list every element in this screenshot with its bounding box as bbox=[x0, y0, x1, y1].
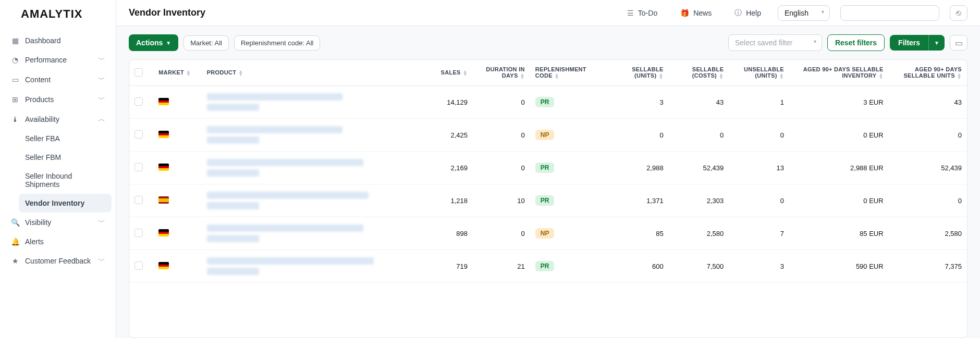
thermo-icon: 🌡 bbox=[10, 115, 20, 123]
logout-button[interactable]: ⎋ bbox=[950, 5, 967, 21]
chevron-down-icon: ﹀ bbox=[98, 75, 105, 84]
flag-de-icon bbox=[158, 229, 169, 236]
row-checkbox[interactable] bbox=[134, 130, 143, 139]
topbar: Vendor Inventory ☰ To-Do 🎁 News ⓘ Help E… bbox=[116, 0, 980, 26]
sort-icon: ▲▼ bbox=[520, 73, 525, 79]
sidebar-item-visibility[interactable]: 🔍 Visibility ﹀ bbox=[4, 212, 112, 232]
col-unsell[interactable]: UNSELLABLE (UNITS)▲▼ bbox=[729, 60, 789, 86]
saved-filter-select[interactable]: Select saved filter bbox=[728, 34, 822, 51]
flag-de-icon bbox=[158, 164, 169, 171]
row-checkbox[interactable] bbox=[134, 163, 143, 171]
cell-aged-inv: 590 EUR bbox=[789, 250, 889, 283]
sidebar-item-label: Content bbox=[25, 76, 51, 84]
product-cell[interactable] bbox=[207, 192, 413, 209]
blurred-text bbox=[207, 202, 259, 209]
cell-aged-units: 0 bbox=[889, 184, 967, 217]
flag-de-icon bbox=[158, 131, 169, 138]
sidebar-item-seller-fbm[interactable]: Seller FBM bbox=[19, 148, 112, 167]
cell-aged-units: 43 bbox=[889, 86, 967, 119]
cell-sell-units: 0 bbox=[608, 119, 669, 152]
bell-icon: 🔔 bbox=[10, 237, 20, 246]
sidebar-item-label: Performance bbox=[25, 56, 67, 64]
col-sell-units[interactable]: SELLABLE (UNITS)▲▼ bbox=[608, 60, 669, 86]
filter-chip-market[interactable]: Market: All bbox=[183, 35, 229, 51]
sidebar-item-label: Dashboard bbox=[25, 36, 61, 45]
sidebar-item-products[interactable]: ⊞ Products ﹀ bbox=[4, 90, 112, 109]
product-cell[interactable] bbox=[207, 159, 413, 177]
col-duration[interactable]: DURATION IN DAYS▲▼ bbox=[473, 60, 530, 86]
sidebar-item-label: Availability bbox=[25, 115, 59, 123]
sidebar-item-customer-feedback[interactable]: ★ Customer Feedback ﹀ bbox=[4, 251, 112, 271]
blurred-text bbox=[207, 235, 259, 242]
table-row: 1,218 10 PR 1,371 2,303 0 0 EUR 0 bbox=[129, 184, 967, 217]
select-all-checkbox[interactable] bbox=[134, 68, 143, 77]
code-badge: PR bbox=[535, 162, 555, 173]
topnav-news[interactable]: 🎁 News bbox=[674, 6, 718, 20]
cell-unsell: 0 bbox=[729, 184, 789, 217]
product-cell[interactable] bbox=[207, 224, 413, 242]
cell-duration: 0 bbox=[473, 119, 530, 152]
col-code[interactable]: REPLENISHMENT CODE▲▼ bbox=[530, 60, 608, 86]
row-checkbox[interactable] bbox=[134, 196, 143, 204]
cell-sell-costs: 7,500 bbox=[669, 250, 729, 283]
sidebar-item-content[interactable]: ▭ Content ﹀ bbox=[4, 70, 112, 90]
product-cell[interactable] bbox=[207, 257, 413, 275]
cell-aged-units: 52,439 bbox=[889, 152, 967, 184]
table-row: 898 0 NP 85 2,580 7 85 EUR 2,580 bbox=[129, 217, 967, 250]
col-sell-costs[interactable]: SELLABLE (COSTS)▲▼ bbox=[669, 60, 729, 86]
code-badge: PR bbox=[535, 195, 555, 206]
reset-filters-button[interactable]: Reset filters bbox=[827, 34, 885, 51]
search-input[interactable] bbox=[840, 5, 939, 21]
list-icon: ☰ bbox=[627, 9, 634, 17]
filter-chip-code[interactable]: Replenishment code: All bbox=[234, 35, 320, 51]
row-checkbox[interactable] bbox=[134, 97, 143, 106]
blurred-text bbox=[207, 126, 342, 133]
table-header-row: MARKET▲▼ PRODUCT▲▼ SALES▲▼ DURATION IN D… bbox=[129, 60, 967, 86]
product-cell[interactable] bbox=[207, 126, 413, 144]
cell-aged-inv: 3 EUR bbox=[789, 86, 889, 119]
language-select[interactable]: English bbox=[778, 5, 830, 21]
col-sales[interactable]: SALES▲▼ bbox=[419, 60, 473, 86]
sidebar-item-vendor-inventory[interactable]: Vendor Inventory bbox=[19, 194, 112, 212]
product-cell[interactable] bbox=[207, 93, 413, 111]
blurred-text bbox=[207, 224, 363, 232]
flag-de-icon bbox=[158, 262, 169, 269]
cell-duration: 0 bbox=[473, 152, 530, 184]
columns-button[interactable]: ▭ bbox=[950, 35, 967, 51]
col-aged-units[interactable]: AGED 90+ DAYS SELLABLE UNITS▲▼ bbox=[889, 60, 967, 86]
cell-unsell: 1 bbox=[729, 86, 789, 119]
sidebar-item-seller-fba[interactable]: Seller FBA bbox=[19, 129, 112, 148]
filters-button[interactable]: Filters bbox=[890, 35, 928, 51]
sidebar-item-dashboard[interactable]: ▦ Dashboard bbox=[4, 31, 112, 50]
col-aged-inv[interactable]: AGED 90+ DAYS SELLABLE INVENTORY▲▼ bbox=[789, 60, 889, 86]
actions-label: Actions bbox=[136, 39, 163, 47]
sidebar-item-alerts[interactable]: 🔔 Alerts bbox=[4, 232, 112, 251]
chevron-down-icon: ▼ bbox=[934, 40, 939, 46]
row-checkbox[interactable] bbox=[134, 229, 143, 237]
actions-button[interactable]: Actions ▼ bbox=[129, 34, 178, 51]
col-product[interactable]: PRODUCT▲▼ bbox=[202, 60, 419, 86]
main: Vendor Inventory ☰ To-Do 🎁 News ⓘ Help E… bbox=[116, 0, 980, 338]
sort-icon: ▲▼ bbox=[238, 70, 243, 76]
blurred-text bbox=[207, 169, 259, 177]
cell-unsell: 13 bbox=[729, 152, 789, 184]
blurred-text bbox=[207, 136, 259, 144]
sidebar-item-seller-inbound-shipments[interactable]: Seller Inbound Shipments bbox=[19, 167, 112, 194]
cell-code: PR bbox=[530, 152, 608, 184]
logout-icon: ⎋ bbox=[956, 8, 961, 18]
filters-caret-button[interactable]: ▼ bbox=[928, 35, 945, 51]
chevron-down-icon: ﹀ bbox=[98, 95, 105, 104]
cell-aged-inv: 85 EUR bbox=[789, 217, 889, 250]
sidebar-item-label: Seller FBA bbox=[25, 134, 60, 143]
cell-sell-costs: 52,439 bbox=[669, 152, 729, 184]
col-market[interactable]: MARKET▲▼ bbox=[153, 60, 201, 86]
cell-duration: 0 bbox=[473, 217, 530, 250]
brand-logo: AMALYTIX bbox=[0, 0, 116, 27]
cell-unsell: 3 bbox=[729, 250, 789, 283]
topnav-todo[interactable]: ☰ To-Do bbox=[621, 6, 664, 20]
sidebar-item-availability[interactable]: 🌡 Availability ︿ bbox=[4, 109, 112, 129]
topnav-help[interactable]: ⓘ Help bbox=[728, 5, 767, 21]
sidebar-item-performance[interactable]: ◔ Performance ﹀ bbox=[4, 50, 112, 70]
row-checkbox[interactable] bbox=[134, 261, 143, 270]
cell-sell-costs: 2,580 bbox=[669, 217, 729, 250]
